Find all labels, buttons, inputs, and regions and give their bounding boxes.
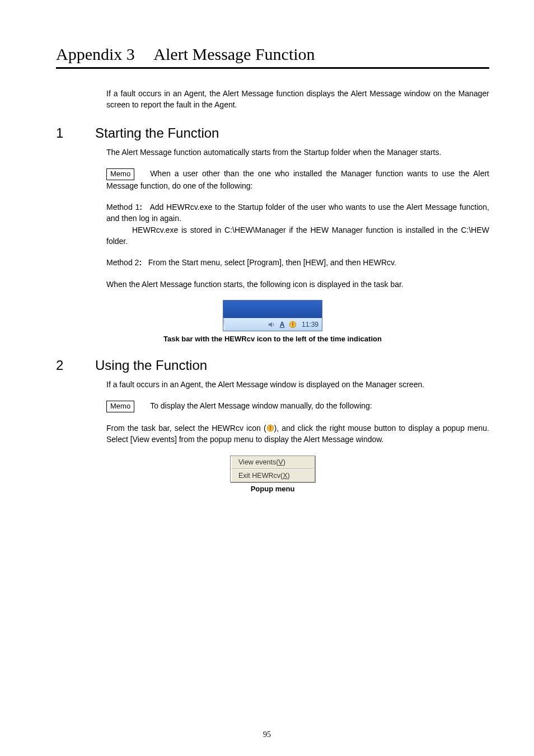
intro-paragraph: If a fault occurs in an Agent, the Alert… (106, 88, 489, 111)
volume-icon[interactable] (268, 321, 275, 328)
section-2-memo-text: To display the Alert Message window manu… (150, 401, 372, 410)
section-2-heading: 2Using the Function (56, 358, 489, 373)
hewrcv-icon[interactable] (289, 321, 297, 328)
system-tray: A 11:39 (223, 318, 322, 331)
section-1-memo-text: When a user other than the one who insta… (106, 169, 489, 190)
svg-rect-3 (292, 326, 293, 327)
method-1: Method 1: Add HEWRcv.exe to the Startup … (106, 201, 489, 247)
popup-menu: View events(V) Exit HEWRcv(X) (230, 456, 315, 482)
popup-exit-mnemonic: X (283, 472, 287, 480)
section-2-p2-a: From the task bar, select the HEWRcv ico… (106, 424, 266, 433)
svg-rect-5 (270, 426, 271, 428)
taskbar-top-strip (223, 300, 322, 318)
popup-exit-post: ) (288, 472, 290, 480)
popup-exit-pre: Exit HEWRcv( (238, 472, 283, 480)
page-number: 95 (0, 730, 534, 739)
method-1-text: Add HEWRcv.exe to the Startup folder of … (106, 203, 489, 223)
method-2: Method 2: From the Start menu, select [P… (106, 257, 489, 268)
section-1-memo: MemoWhen a user other than the one who i… (106, 168, 489, 191)
appendix-heading: Appendix 3 Alert Message Function (56, 45, 489, 69)
memo-label-1: Memo (106, 168, 134, 180)
svg-rect-6 (270, 429, 271, 430)
popup-view-pre: View events( (238, 458, 278, 466)
popup-view-mnemonic: V (278, 458, 283, 466)
svg-rect-2 (292, 322, 293, 325)
section-1-title: Starting the Function (95, 125, 219, 140)
popup-caption: Popup menu (56, 485, 489, 493)
method-1-note: HEWRcv.exe is stored in C:\HEW\Manager i… (106, 226, 489, 246)
method-2-colon: : (139, 258, 142, 267)
section-2-number: 2 (56, 358, 95, 373)
section-1-heading: 1Starting the Function (56, 125, 489, 141)
appendix-title: Alert Message Function (153, 45, 315, 63)
section-2-title: Using the Function (95, 358, 207, 373)
taskbar-figure: A 11:39 (223, 300, 322, 331)
ime-icon[interactable]: A (278, 321, 286, 328)
taskbar-caption: Task bar with the HEWRcv icon to the lef… (56, 335, 489, 343)
section-1-p-after-methods: When the Alert Message function starts, … (106, 279, 489, 290)
section-2-p2: From the task bar, select the HEWRcv ico… (106, 422, 489, 445)
section-2-memo: MemoTo display the Alert Message window … (106, 400, 489, 412)
tray-time: 11:39 (302, 321, 318, 328)
method-1-label: Method 1 (106, 203, 139, 212)
section-2-p1: If a fault occurs in an Agent, the Alert… (106, 379, 489, 390)
memo-label-2: Memo (106, 401, 134, 412)
appendix-label: Appendix 3 (56, 45, 135, 63)
popup-view-post: ) (283, 458, 285, 466)
popup-exit-hewrcv[interactable]: Exit HEWRcv(X) (231, 469, 315, 482)
tray-separator (223, 320, 224, 330)
popup-view-events[interactable]: View events(V) (231, 456, 315, 468)
section-1-number: 1 (56, 125, 95, 141)
svg-marker-0 (269, 322, 272, 327)
method-2-label: Method 2 (106, 258, 139, 267)
method-2-text: From the Start menu, select [Program], t… (148, 258, 396, 267)
section-1-p1: The Alert Message function automatically… (106, 147, 489, 158)
method-1-colon: : (139, 203, 142, 212)
hewrcv-icon-inline (266, 424, 274, 431)
